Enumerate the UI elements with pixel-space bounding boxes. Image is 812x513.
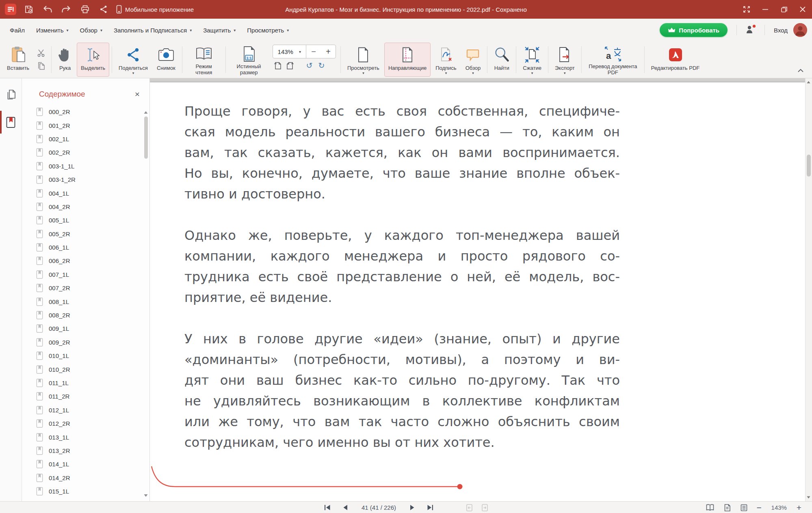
single-page-view-button[interactable]	[723, 504, 732, 512]
scroll-down-arrow[interactable]	[143, 493, 148, 498]
bookmark-item[interactable]: 010_2R	[22, 362, 149, 376]
bookmark-item[interactable]: 006_1L	[22, 241, 149, 254]
bookmark-item[interactable]: 005_1L	[22, 213, 149, 227]
undo-button[interactable]: ↺	[304, 60, 315, 70]
next-view-button[interactable]	[481, 504, 489, 512]
redo-button[interactable]: ↻	[316, 60, 327, 70]
bookmark-item[interactable]: 004_2R	[22, 200, 149, 213]
zoom-level-display[interactable]: 143%	[770, 504, 788, 511]
bookmark-item[interactable]: 002_1L	[22, 132, 149, 146]
close-button[interactable]	[793, 0, 812, 19]
last-page-button[interactable]	[426, 504, 434, 511]
bookmark-item[interactable]: 002_2R	[22, 146, 149, 159]
guides-button[interactable]: Направляющие	[384, 43, 431, 77]
menu-protect[interactable]: Защитить▾	[197, 24, 241, 37]
preview-button[interactable]: Просмотреть ▾	[343, 43, 383, 77]
menu-review[interactable]: Обзор▾	[74, 24, 108, 37]
redo-icon[interactable]	[61, 4, 71, 15]
undo-icon[interactable]	[42, 4, 53, 15]
mobile-app-button[interactable]: Мобильное приложение	[116, 5, 194, 14]
bookmark-item[interactable]: 007_1L	[22, 268, 149, 281]
edit-pdf-button[interactable]: Редактировать PDF	[647, 43, 704, 77]
previous-view-button[interactable]	[465, 504, 473, 512]
bookmark-item[interactable]: 014_1L	[22, 457, 149, 471]
copy-button[interactable]	[35, 61, 48, 71]
bookmark-item[interactable]: 001_2R	[22, 119, 149, 132]
bookmark-item[interactable]: 013_1L	[22, 430, 149, 444]
snapshot-button[interactable]: Снимок	[153, 43, 180, 77]
print-icon[interactable]	[80, 4, 90, 15]
close-panel-button[interactable]: ×	[132, 90, 142, 98]
vertical-scrollbar[interactable]	[805, 78, 812, 501]
rotate-right-button[interactable]	[285, 60, 295, 70]
previous-page-button[interactable]	[341, 504, 349, 511]
bookmark-item[interactable]: 010_1L	[22, 349, 149, 362]
share-icon[interactable]	[98, 4, 109, 15]
zoom-in-button[interactable]: +	[797, 504, 801, 511]
bookmark-item[interactable]: 004_1L	[22, 186, 149, 200]
bookmark-item[interactable]: 000_2R	[22, 105, 149, 119]
fullscreen-button[interactable]	[737, 0, 756, 19]
tab-pages[interactable]	[0, 84, 22, 105]
scroll-up-arrow[interactable]	[806, 80, 811, 84]
collapse-toolbar-button[interactable]	[795, 67, 806, 75]
bookmark-item[interactable]: 013_2R	[22, 444, 149, 457]
minimize-button[interactable]	[756, 0, 775, 19]
bookmark-item[interactable]: 012_2R	[22, 417, 149, 430]
signature-button[interactable]: Подпись ▾	[431, 43, 460, 77]
next-page-button[interactable]	[408, 504, 416, 511]
menu-fill-sign[interactable]: Заполнить и Подписаться▾	[108, 24, 197, 37]
zoom-out-button[interactable]: −	[756, 504, 761, 511]
translate-button[interactable]: а Перевод документа PDF	[584, 43, 642, 77]
book-view-button[interactable]	[705, 504, 715, 511]
scroll-up-arrow[interactable]	[143, 110, 148, 115]
paste-button[interactable]: Вставить	[3, 43, 33, 77]
zoom-out-button[interactable]: −	[306, 47, 321, 56]
zoom-level-dropdown[interactable]: 143% ▾	[273, 48, 306, 55]
bookmark-item[interactable]: 009_2R	[22, 336, 149, 349]
scrollbar-thumb[interactable]	[807, 155, 811, 177]
read-mode-button[interactable]: Режим чтения	[185, 43, 223, 77]
scroll-down-arrow[interactable]	[806, 495, 811, 500]
login-button[interactable]: Вход	[774, 27, 788, 34]
continuous-view-button[interactable]	[740, 504, 748, 512]
first-page-button[interactable]	[323, 504, 331, 511]
select-tool-button[interactable]: Выделить	[77, 43, 109, 77]
bookmark-item[interactable]: 008_1L	[22, 295, 149, 308]
zoom-in-button[interactable]: +	[321, 47, 336, 56]
pdf-page[interactable]: Проще говоря, у вас есть своя собственна…	[150, 82, 806, 501]
review-comments-button[interactable]: Обзор ▾	[461, 43, 485, 77]
bookmark-item[interactable]: 003-1_1L	[22, 160, 149, 173]
sidebar-scrollbar-thumb[interactable]	[144, 116, 148, 159]
bookmark-item[interactable]: 011_2R	[22, 390, 149, 403]
tab-bookmarks[interactable]	[0, 112, 22, 133]
bookmark-item[interactable]: 005_2R	[22, 227, 149, 241]
whats-new-icon[interactable]	[746, 25, 756, 35]
bookmark-item[interactable]: 014_2R	[22, 471, 149, 485]
compress-button[interactable]: Сжатие ▾	[519, 43, 546, 77]
bookmark-item[interactable]: 011_1L	[22, 376, 149, 390]
bookmark-item[interactable]: 003-1_2R	[22, 173, 149, 186]
menu-file[interactable]: Файл	[4, 24, 30, 37]
find-button[interactable]: Найти	[490, 43, 513, 77]
bookmark-item[interactable]: 008_2R	[22, 308, 149, 322]
share-button[interactable]: Поделиться ▾	[115, 43, 152, 77]
app-logo-icon[interactable]	[5, 4, 16, 15]
export-button[interactable]: Экспорт ▾	[551, 43, 579, 77]
restore-button[interactable]	[775, 0, 793, 19]
bookmark-item[interactable]: 012_1L	[22, 403, 149, 417]
bookmark-item[interactable]: 007_2R	[22, 281, 149, 295]
page-number-display[interactable]: 41 (41 / 226)	[362, 504, 396, 511]
bookmark-item[interactable]: 015_1L	[22, 485, 149, 498]
cut-button[interactable]	[35, 48, 48, 58]
try-premium-button[interactable]: Попробовать	[660, 23, 728, 37]
bookmark-item[interactable]: 006_2R	[22, 254, 149, 267]
actual-size-button[interactable]: 1:1 Истинный размер	[228, 43, 270, 77]
save-icon[interactable]	[24, 4, 34, 15]
menu-view[interactable]: Просмотреть▾	[241, 24, 294, 37]
avatar[interactable]	[793, 23, 807, 37]
bookmark-item[interactable]: 009_1L	[22, 322, 149, 335]
rotate-left-button[interactable]	[273, 60, 283, 70]
menu-edit[interactable]: Изменить▾	[30, 24, 74, 37]
hand-tool-button[interactable]: Рука	[54, 43, 76, 77]
